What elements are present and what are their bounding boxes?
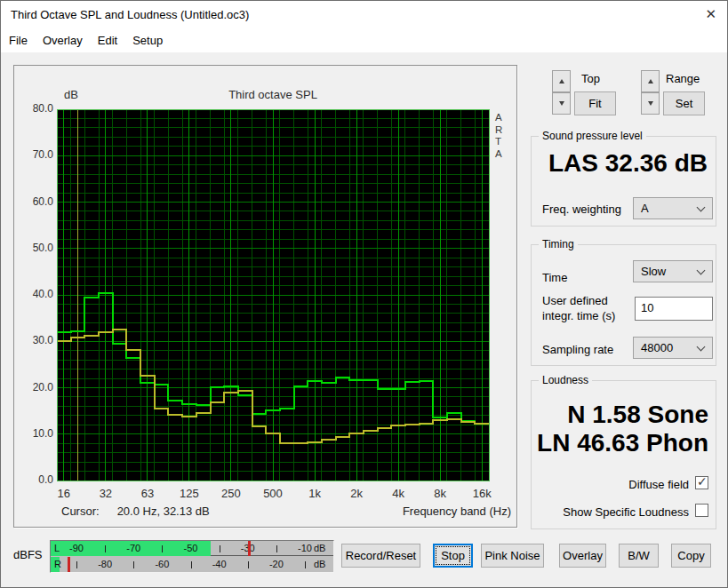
x-tick-label: 4k — [379, 487, 418, 500]
meter-channel-label: R — [54, 559, 61, 569]
chevron-down-icon — [697, 203, 706, 212]
y-axis-unit: dB — [64, 88, 78, 101]
cursor-readout: Cursor:20.0 Hz, 32.13 dB — [61, 505, 210, 518]
meter-scale-number: -80 — [98, 559, 112, 569]
set-button[interactable]: Set — [663, 91, 705, 115]
pink-noise-button[interactable]: Pink Noise — [481, 544, 544, 568]
x-tick-label: 16k — [462, 487, 501, 500]
meter-tick — [305, 561, 306, 568]
meter-scale-number: -10 — [298, 543, 312, 553]
meter-scale-number: -50 — [184, 543, 198, 553]
meter-scale-number: -90 — [69, 543, 84, 553]
loudness-group-caption: Loudness — [539, 374, 592, 386]
y-tick-label: 70.0 — [16, 148, 53, 161]
bw-button[interactable]: B/W — [619, 544, 659, 568]
down-arrow-icon — [559, 101, 564, 106]
menu-setup[interactable]: Setup — [132, 34, 163, 47]
menu-bar: File Overlay Edit Setup — [1, 28, 727, 52]
meter-unit-label: dB — [314, 543, 325, 553]
up-arrow-icon — [648, 79, 653, 83]
x-tick-label: 32 — [86, 487, 125, 500]
menu-overlay[interactable]: Overlay — [43, 34, 83, 47]
check-icon: ✓ — [697, 474, 708, 489]
fit-button[interactable]: Fit — [574, 91, 616, 115]
sampling-rate-value: 48000 — [641, 341, 673, 354]
chart-title: Third octave SPL — [57, 88, 489, 101]
freq-weighting-select[interactable]: A — [633, 197, 713, 219]
x-tick-label: 8k — [420, 487, 460, 500]
meter-tick — [220, 545, 220, 552]
loudness-sone-value: N 1.58 Sone — [567, 401, 708, 429]
spl-group: Sound pressure level LAS 32.36 dB Freq. … — [531, 136, 716, 226]
range-spin-down-button[interactable] — [641, 92, 660, 115]
meter-scale-number: -60 — [155, 559, 169, 569]
meter-peak-indicator — [68, 557, 70, 572]
top-spin-up-button[interactable] — [552, 70, 571, 92]
x-axis-label: Frequency band (Hz) — [403, 505, 511, 518]
time-value: Slow — [641, 265, 666, 278]
y-tick-label: 50.0 — [16, 242, 53, 254]
top-spin-down-button[interactable] — [552, 92, 571, 115]
plot-area[interactable] — [57, 109, 489, 481]
x-tick-label: 1k — [295, 487, 334, 500]
x-tick-label: 2k — [337, 487, 376, 500]
meter-channel-label: L — [54, 543, 60, 553]
arta-watermark: ARTA — [495, 112, 505, 160]
integr-time-label-line1: User defined — [542, 294, 608, 307]
title-bar: Third Octave SPL and Loudness (Untitled.… — [1, 1, 727, 28]
y-tick-label: 20.0 — [16, 381, 53, 393]
dbfs-label: dBFS — [13, 548, 43, 561]
x-tick-label: 16 — [44, 487, 84, 500]
meter-tick — [248, 561, 249, 568]
meter-scale-number: -20 — [269, 559, 284, 569]
diffuse-field-checkbox[interactable]: ✓ — [695, 476, 708, 489]
y-tick-label: 40.0 — [16, 288, 53, 300]
integr-time-label-line2: integr. time (s) — [542, 309, 615, 322]
meter-tick — [191, 561, 192, 568]
meter-tick — [162, 545, 163, 552]
menu-file[interactable]: File — [9, 34, 28, 47]
freq-weighting-value: A — [641, 202, 649, 215]
x-tick-label: 125 — [170, 487, 209, 500]
y-tick-label: 30.0 — [16, 334, 53, 346]
freq-weighting-label: Freq. weighting — [542, 203, 621, 216]
copy-button[interactable]: Copy — [671, 544, 711, 568]
meter-peak-indicator — [248, 541, 251, 556]
y-tick-label: 0.0 — [16, 473, 53, 486]
timing-group-caption: Timing — [539, 238, 578, 250]
level-meter-left-channel: -90-70-50-30-10dBL — [51, 541, 333, 556]
x-tick-label: 63 — [128, 487, 167, 500]
cursor-label: Cursor: — [61, 505, 100, 518]
close-icon[interactable]: ✕ — [705, 6, 716, 22]
window-title: Third Octave SPL and Loudness (Untitled.… — [11, 8, 249, 21]
loudness-group: Loudness N 1.58 Sone LN 46.63 Phon Diffu… — [531, 380, 716, 529]
sampling-rate-select[interactable]: 48000 — [633, 337, 713, 359]
x-tick-label: 250 — [212, 487, 251, 500]
y-tick-label: 10.0 — [16, 427, 53, 440]
chevron-down-icon — [697, 266, 706, 275]
menu-edit[interactable]: Edit — [98, 34, 117, 47]
meter-scale-number: -40 — [212, 559, 227, 569]
level-meter: -90-70-50-30-10dBL -80-60-40-20dBR — [50, 540, 334, 573]
meter-tick — [133, 561, 134, 568]
loudness-phon-value: LN 46.63 Phon — [537, 429, 708, 457]
time-label: Time — [542, 271, 567, 284]
timing-group: Timing Time Slow User defined integr. ti… — [531, 244, 716, 366]
range-spin-up-button[interactable] — [641, 70, 660, 92]
time-select[interactable]: Slow — [633, 260, 713, 282]
show-specific-loudness-checkbox[interactable] — [695, 504, 708, 517]
app-window: Third Octave SPL and Loudness (Untitled.… — [0, 0, 728, 588]
show-specific-loudness-label: Show Specific Loudness — [538, 505, 689, 519]
meter-scale-number: -70 — [126, 543, 140, 553]
meter-tick — [76, 561, 77, 568]
top-label: Top — [581, 72, 600, 85]
overlay-button[interactable]: Overlay — [559, 544, 606, 568]
record-reset-button[interactable]: Record/Reset — [341, 544, 420, 568]
meter-tick — [276, 545, 277, 552]
spl-group-caption: Sound pressure level — [539, 130, 646, 142]
integr-time-input[interactable]: 10 — [635, 297, 713, 321]
up-arrow-icon — [559, 79, 564, 83]
spl-value: LAS 32.36 dB — [532, 149, 716, 178]
stop-button[interactable]: Stop — [433, 544, 473, 568]
meter-tick — [105, 545, 106, 552]
